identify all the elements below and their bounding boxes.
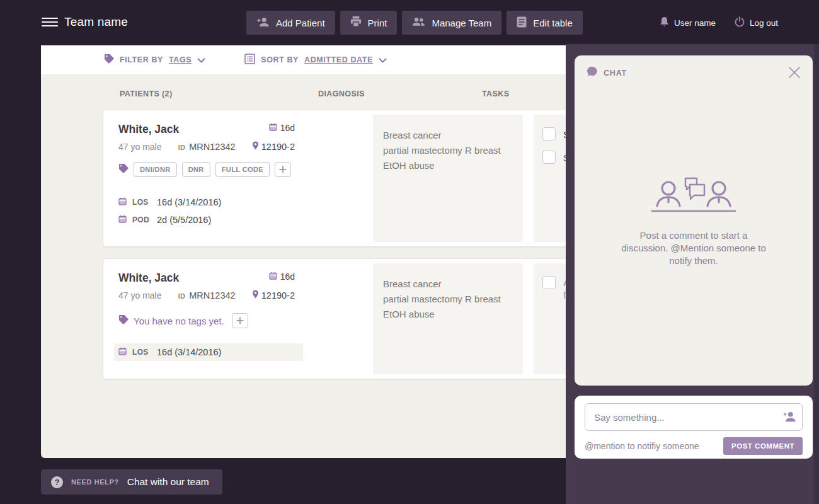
bell-icon bbox=[660, 16, 669, 29]
patient-tags: DNI/DNR DNR FULL CODE bbox=[118, 162, 295, 177]
column-header-diagnosis: DIAGNOSIS bbox=[318, 89, 365, 98]
no-tags-text: You have no tags yet. bbox=[134, 316, 224, 326]
patient-demographics: 47 yo male bbox=[118, 290, 161, 301]
menu-icon[interactable] bbox=[42, 18, 58, 29]
diagnosis-cell[interactable]: Breast cancer partial mastectomy R breas… bbox=[373, 263, 523, 374]
patient-stay: 16d bbox=[269, 123, 295, 133]
pod-row: POD 2d (5/5/2016) bbox=[118, 211, 295, 229]
calendar-icon bbox=[269, 272, 277, 282]
team-name-title: Team name bbox=[64, 15, 128, 29]
calendar-icon bbox=[118, 346, 127, 358]
patient-name: White, Jack bbox=[118, 123, 179, 136]
los-row: LOS 16d (3/14/2016) bbox=[114, 343, 303, 361]
power-icon bbox=[735, 16, 745, 29]
chat-panel: CHAT Post a comment to start a discussio… bbox=[566, 44, 819, 504]
scrollbar-track[interactable] bbox=[814, 44, 819, 504]
task-item: Sickle cell test bbox=[542, 151, 566, 164]
discussion-illustration bbox=[650, 176, 738, 217]
task-item: Sickle cell test bbox=[542, 127, 566, 141]
sort-value[interactable]: ADMITTED DATE bbox=[304, 55, 373, 64]
need-help-label: NEED HELP? bbox=[71, 478, 119, 486]
patient-location: 12190-2 bbox=[252, 290, 295, 301]
calendar-icon bbox=[118, 214, 127, 226]
patient-id: ID MRN12342 bbox=[178, 290, 236, 301]
main-content: FILTER BY TAGS SORT BY ADMITTED DATE PAT… bbox=[41, 45, 566, 458]
tag-icon bbox=[118, 163, 129, 176]
filter-value[interactable]: TAGS bbox=[169, 55, 192, 64]
sort-by-control[interactable]: SORT BY ADMITTED DATE bbox=[244, 54, 387, 67]
chat-empty-state: Post a comment to start a discussion. @M… bbox=[575, 176, 813, 267]
calendar-icon bbox=[269, 123, 277, 133]
need-help-button[interactable]: ? NEED HELP? Chat with our team bbox=[41, 469, 222, 495]
patient-info: White, Jack 16d 47 yo male ID MRN12342 1… bbox=[103, 110, 311, 229]
table-header-row: PATIENTS (2) DIAGNOSIS TASKS bbox=[41, 74, 566, 110]
add-tag-button[interactable] bbox=[275, 162, 291, 177]
add-patient-button[interactable]: Add Patient bbox=[246, 11, 335, 35]
patient-stay: 16d bbox=[269, 272, 295, 282]
chat-title: CHAT bbox=[604, 69, 627, 77]
sort-by-label: SORT BY bbox=[261, 55, 299, 64]
close-icon[interactable] bbox=[786, 64, 803, 81]
task-item: Add the first task for this patient bbox=[542, 276, 566, 302]
tag-chip[interactable]: FULL CODE bbox=[215, 162, 270, 177]
chevron-down-icon[interactable] bbox=[197, 54, 205, 66]
people-icon bbox=[412, 17, 425, 28]
user-menu[interactable]: User name bbox=[660, 16, 716, 29]
patient-id: ID MRN12342 bbox=[178, 142, 236, 152]
logout-button[interactable]: Log out bbox=[735, 16, 778, 29]
location-pin-icon bbox=[252, 290, 259, 301]
table-edit-icon bbox=[517, 16, 527, 30]
task-checkbox[interactable] bbox=[542, 276, 556, 289]
topbar-right: User name Log out bbox=[660, 0, 778, 45]
list-icon bbox=[244, 54, 255, 67]
task-checkbox[interactable] bbox=[542, 127, 556, 140]
patient-location: 12190-2 bbox=[252, 141, 295, 152]
diagnosis-cell[interactable]: Breast cancer partial mastectomy R breas… bbox=[373, 115, 523, 242]
chat-bubble-icon bbox=[586, 66, 598, 80]
tag-icon bbox=[104, 54, 114, 66]
filter-by-tags-control[interactable]: FILTER BY TAGS bbox=[104, 54, 205, 66]
chat-card: CHAT Post a comment to start a discussio… bbox=[575, 55, 813, 386]
chevron-down-icon[interactable] bbox=[379, 54, 387, 66]
chat-with-team-label: Chat with our team bbox=[127, 476, 209, 488]
los-row: LOS 16d (3/14/2016) bbox=[118, 193, 295, 211]
printer-icon bbox=[350, 16, 362, 29]
calendar-icon bbox=[118, 197, 127, 208]
patient-tags: You have no tags yet. bbox=[118, 313, 295, 328]
column-header-patients: PATIENTS (2) bbox=[120, 89, 173, 98]
patient-name: White, Jack bbox=[118, 272, 179, 285]
question-mark-icon: ? bbox=[51, 476, 63, 488]
patient-card[interactable]: White, Jack 16d 47 yo male ID MRN12342 1… bbox=[103, 258, 566, 379]
location-pin-icon bbox=[252, 141, 259, 152]
tag-icon bbox=[118, 314, 129, 327]
add-tag-button[interactable] bbox=[232, 313, 248, 328]
comment-input[interactable] bbox=[585, 403, 803, 431]
tag-chip[interactable]: DNI/DNR bbox=[134, 162, 177, 177]
edit-table-button[interactable]: Edit table bbox=[507, 11, 583, 35]
filter-by-label: FILTER BY bbox=[120, 55, 163, 64]
patient-demographics: 47 yo male bbox=[118, 142, 161, 152]
person-add-icon bbox=[256, 16, 270, 30]
post-comment-button[interactable]: POST COMMENT bbox=[723, 437, 803, 455]
mention-hint: @mention to notifiy someone bbox=[585, 441, 699, 451]
patient-card[interactable]: White, Jack 16d 47 yo male ID MRN12342 1… bbox=[103, 110, 566, 247]
print-button[interactable]: Print bbox=[340, 11, 398, 35]
tag-chip[interactable]: DNR bbox=[182, 162, 210, 177]
comment-composer: @mention to notifiy someone POST COMMENT bbox=[575, 396, 813, 459]
tasks-cell[interactable]: Sickle cell test Sickle cell test bbox=[534, 115, 566, 242]
chat-empty-text: Post a comment to start a discussion. @M… bbox=[617, 229, 770, 267]
toolbar-buttons: Add Patient Print Manage Team Edit table bbox=[246, 11, 583, 35]
patient-info: White, Jack 16d 47 yo male ID MRN12342 1… bbox=[103, 259, 311, 361]
mention-person-add-icon[interactable] bbox=[782, 410, 796, 425]
manage-team-button[interactable]: Manage Team bbox=[402, 11, 501, 35]
top-bar: Team name Add Patient Print Manage Team … bbox=[0, 0, 819, 45]
tasks-cell[interactable]: Add the first task for this patient bbox=[534, 263, 566, 374]
task-checkbox[interactable] bbox=[542, 151, 556, 164]
column-header-tasks: TASKS bbox=[482, 89, 509, 98]
filter-sort-bar: FILTER BY TAGS SORT BY ADMITTED DATE bbox=[41, 45, 566, 74]
